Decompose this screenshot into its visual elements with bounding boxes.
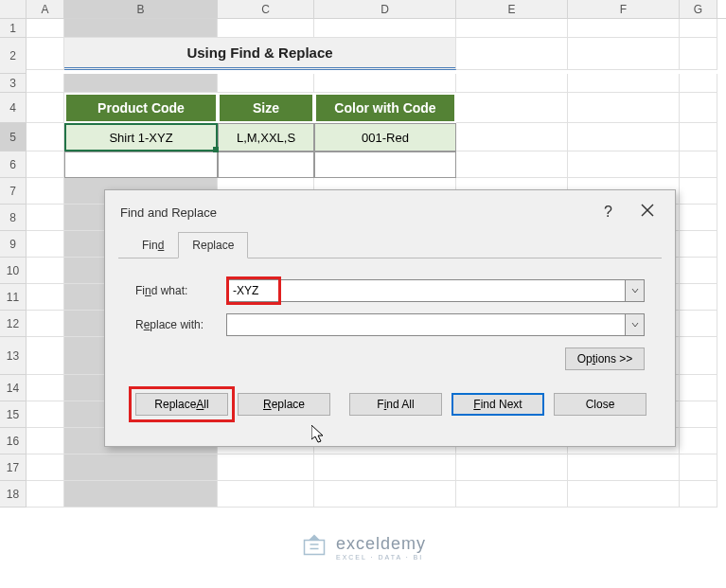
row-header-7[interactable]: 7 bbox=[0, 178, 27, 205]
row-header-3[interactable]: 3 bbox=[0, 74, 27, 93]
row-header-1[interactable]: 1 bbox=[0, 19, 27, 38]
col-header-e[interactable]: E bbox=[456, 0, 568, 18]
cell-d5[interactable]: 001-Red bbox=[314, 123, 456, 151]
table-header-product: Product Code bbox=[64, 93, 218, 123]
cell-c5[interactable]: L,M,XXL,S bbox=[218, 123, 314, 151]
close-button[interactable]: Close bbox=[554, 393, 646, 416]
tab-find[interactable]: Find bbox=[128, 232, 178, 258]
chevron-down-icon bbox=[631, 321, 639, 329]
replace-dropdown-button[interactable] bbox=[626, 313, 645, 336]
tab-replace[interactable]: Replace bbox=[178, 232, 248, 258]
row-header-11[interactable]: 11 bbox=[0, 284, 27, 311]
col-header-f[interactable]: F bbox=[568, 0, 680, 18]
find-what-input[interactable] bbox=[226, 279, 626, 302]
replace-all-button[interactable]: Replace All bbox=[135, 393, 228, 416]
replace-button[interactable]: Replace bbox=[238, 393, 330, 416]
row-header-17[interactable]: 17 bbox=[0, 454, 27, 481]
find-dropdown-button[interactable] bbox=[626, 279, 645, 302]
row-header-16[interactable]: 16 bbox=[0, 428, 27, 454]
column-headers: A B C D E F G bbox=[0, 0, 726, 19]
find-all-button[interactable]: Find All bbox=[349, 393, 442, 416]
dialog-tabs: Find Replace bbox=[128, 232, 662, 258]
mouse-cursor-icon bbox=[311, 425, 328, 444]
exceldemy-icon bbox=[300, 533, 328, 561]
row-header-9[interactable]: 9 bbox=[0, 231, 27, 258]
row-header-14[interactable]: 14 bbox=[0, 375, 27, 401]
find-next-button[interactable]: Find Next bbox=[452, 393, 544, 416]
row-header-8[interactable]: 8 bbox=[0, 205, 27, 231]
svg-marker-2 bbox=[311, 425, 323, 442]
row-header-12[interactable]: 12 bbox=[0, 311, 27, 337]
svg-marker-4 bbox=[309, 535, 320, 541]
brand-logo: exceldemy EXCEL · DATA · BI bbox=[0, 533, 726, 561]
close-icon[interactable] bbox=[635, 202, 660, 223]
brand-tagline: EXCEL · DATA · BI bbox=[336, 554, 426, 561]
worksheet-title: Using Find & Replace bbox=[64, 38, 456, 70]
brand-name: exceldemy bbox=[336, 534, 426, 553]
replace-with-label: Replace with: bbox=[135, 318, 226, 331]
row-header-5[interactable]: 5 bbox=[0, 123, 27, 151]
options-button[interactable]: Options >> bbox=[565, 347, 645, 370]
col-header-c[interactable]: C bbox=[218, 0, 314, 18]
col-header-d[interactable]: D bbox=[314, 0, 456, 18]
table-header-color: Color with Code bbox=[314, 93, 456, 123]
row-header-13[interactable]: 13 bbox=[0, 337, 27, 375]
find-replace-dialog: Find and Replace ? Find Replace Find wha… bbox=[104, 189, 676, 447]
dialog-title: Find and Replace bbox=[120, 205, 217, 220]
row-header-18[interactable]: 18 bbox=[0, 481, 27, 508]
replace-with-input[interactable] bbox=[226, 313, 626, 336]
row-header-6[interactable]: 6 bbox=[0, 151, 27, 178]
col-header-g[interactable]: G bbox=[680, 0, 717, 18]
row-header-15[interactable]: 15 bbox=[0, 401, 27, 428]
row-header-2[interactable]: 2 bbox=[0, 38, 27, 74]
select-all-corner[interactable] bbox=[0, 0, 27, 18]
cell-b5[interactable]: Shirt 1-XYZ bbox=[64, 123, 218, 151]
col-header-b[interactable]: B bbox=[64, 0, 218, 18]
table-header-size: Size bbox=[218, 93, 314, 123]
help-button[interactable]: ? bbox=[598, 202, 618, 223]
col-header-a[interactable]: A bbox=[27, 0, 64, 18]
chevron-down-icon bbox=[631, 287, 639, 294]
svg-rect-3 bbox=[304, 541, 324, 555]
row-header-4[interactable]: 4 bbox=[0, 93, 27, 123]
row-header-10[interactable]: 10 bbox=[0, 258, 27, 284]
find-what-label: Find what: bbox=[135, 284, 226, 297]
